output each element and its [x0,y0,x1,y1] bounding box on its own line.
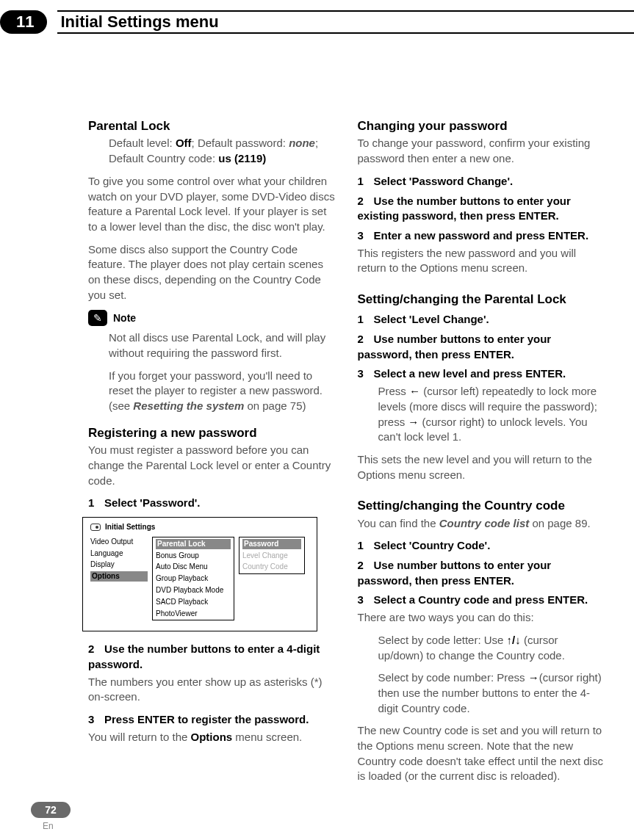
right-step-cc1: 1Select 'Country Code'. [358,538,605,554]
page-number-pill: 72 [31,802,71,818]
menu-col3-dim: Level Change [242,551,301,561]
note-icon: ✎ [88,310,107,326]
left-step-1: 1Select 'Password'. [88,496,336,511]
menu-col2-item: DVD Playback Mode [156,585,231,595]
left-column: Parental Lock Default level: Off; Defaul… [88,107,336,792]
right-step-c2-text: Use the number buttons to enter your exi… [358,195,571,222]
initial-settings-menu-figure: Initial Settings Video Output Language D… [82,517,317,631]
right-step-cc3-text: Select a Country code and press ENTER. [374,593,588,606]
right-step-l3-sub: Press ← (cursor left) repeatedly to lock… [378,384,605,445]
right-step-l3: 3Select a new level and press ENTER. [358,366,605,382]
page-number: 72 [45,804,57,816]
menu-col2-item: Auto Disc Menu [156,562,231,572]
left-step-2: 2Use the number buttons to enter a 4-dig… [88,642,336,672]
right-step-c3-after: This registers the new password and you … [358,246,605,276]
menu-col1-item: Display [90,560,148,570]
register-pw-desc: You must register a password before you … [88,443,336,488]
note2-b: on page 75) [244,399,306,412]
cc-sub2: Select by code number: Press →(cursor ri… [378,670,605,716]
cc-desc: You can find the Country code list on pa… [358,516,605,532]
default-password-none: none [289,137,315,149]
s3-after-b: Options [191,731,233,743]
right-step-c3: 3Enter a new password and press ENTER. [358,228,605,244]
menu-col2: Parental Lock Bonus Group Auto Disc Menu… [152,537,234,621]
cc-p-em: Country code list [439,517,530,529]
default-cc-prefix: Default Country code: [109,152,218,164]
chapter-title-wrap: Initial Settings menu [57,10,634,34]
right-step-c3-text: Enter a new password and press ENTER. [374,229,589,242]
menu-col1-selected: Options [90,571,148,582]
heading-parental-lock: Parental Lock [88,117,336,134]
s3-after-a: You will return to the [88,731,191,743]
heading-set-lock: Setting/changing the Parental Lock [358,291,605,308]
menu-col1-item: Video Output [90,537,148,547]
cc-sub2-a: Select by code number: Press [378,671,528,684]
menu-col2-item: Group Playback [156,573,231,584]
right-step-l2: 2Use number buttons to enter your passwo… [358,332,605,362]
disc-icon [90,524,101,531]
menu-title-row: Initial Settings [83,518,317,535]
right-step-l1-text: Select 'Level Change'. [374,313,489,325]
right-step-cc3-after: There are two ways you can do this: [358,610,605,626]
cc-final: The new Country code is set and you will… [358,723,605,784]
menu-col3-selected: Password [242,539,301,549]
cc-sub1-a: Select by code letter: Use [378,634,507,646]
arrow-left-icon: ← [409,385,420,397]
left-step-1-text: Select 'Password'. [104,496,201,509]
menu-body: Video Output Language Display Options Pa… [83,535,317,631]
left-step-2-after: The numbers you enter show up as asteris… [88,675,336,705]
heading-set-cc: Setting/changing the Country code [358,497,605,514]
menu-col2-item: Bonus Group [156,551,231,561]
right-step-l1: 1Select 'Level Change'. [358,312,605,327]
chapter-number-tab: 11 [0,10,47,34]
right-step-cc2-text: Use number buttons to enter your passwor… [358,559,552,587]
parental-desc-2: Some discs also support the Country Code… [88,242,336,303]
menu-col2-item: SACD Playback [156,597,231,607]
heading-register-pw: Registering a new password [88,424,336,441]
change-pw-desc: To change your password, confirm your ex… [358,136,605,166]
cc-p-b: on page 89. [529,517,590,529]
note-text-2: If you forget your password, you'll need… [109,369,336,414]
right-step-c1-text: Select 'Password Change'. [374,175,514,187]
menu-col3-dim: Country Code [242,562,301,572]
note-text-1: Not all discs use Parental Lock, and wil… [109,330,336,361]
default-cc-value: us (2119) [218,152,266,164]
arrow-up-icon: ↑ [507,634,513,646]
right-step-l3-text: Select a new level and press ENTER. [374,367,566,380]
right-step-c2: 2Use the number buttons to enter your ex… [358,194,605,224]
default-sep1: ; Default password: [192,137,289,149]
default-sep2: ; [315,137,318,149]
right-step-c1: 1Select 'Password Change'. [358,174,605,189]
arrow-right-icon: → [408,416,419,428]
menu-col1-item: Language [90,548,148,559]
arrow-right-icon: → [528,671,539,684]
right-step-cc3: 3Select a Country code and press ENTER. [358,593,605,608]
default-level-prefix: Default level: [109,137,176,149]
arrow-down-icon: ↓ [515,634,521,646]
left-step-3: 3Press ENTER to register the password. [88,712,336,728]
page-lang: En [43,821,54,831]
right-step-cc2: 2Use number buttons to enter your passwo… [358,558,605,588]
menu-col1: Video Output Language Display Options [90,537,148,582]
left-step-2-text: Use the number buttons to enter a 4-digi… [88,642,320,670]
left-step-3-text: Press ENTER to register the password. [104,713,309,725]
content-columns: Parental Lock Default level: Off; Defaul… [0,34,634,792]
note-label: Note [113,311,136,325]
menu-col3: Password Level Change Country Code [239,537,305,574]
menu-title: Initial Settings [105,522,155,532]
parental-defaults: Default level: Off; Default password: no… [109,136,336,166]
right-column: Changing your password To change your pa… [358,107,605,792]
right-step-cc1-text: Select 'Country Code'. [374,539,491,551]
right-step-l2-text: Use number buttons to enter your passwor… [358,333,552,361]
chapter-title: Initial Settings menu [57,12,218,32]
menu-col2-selected: Parental Lock [156,539,231,549]
heading-change-pw: Changing your password [358,117,605,134]
s3-after-c: menu screen. [232,731,302,743]
note-row: ✎ Note [88,310,336,326]
default-level-value: Off [176,137,192,149]
l3-sub-a: Press [378,385,410,397]
menu-col2-item: PhotoViewer [156,609,231,619]
left-step-3-after: You will return to the Options menu scre… [88,730,336,745]
parental-desc-1: To give you some control over what your … [88,174,336,235]
chapter-header: 11 Initial Settings menu [0,10,634,34]
